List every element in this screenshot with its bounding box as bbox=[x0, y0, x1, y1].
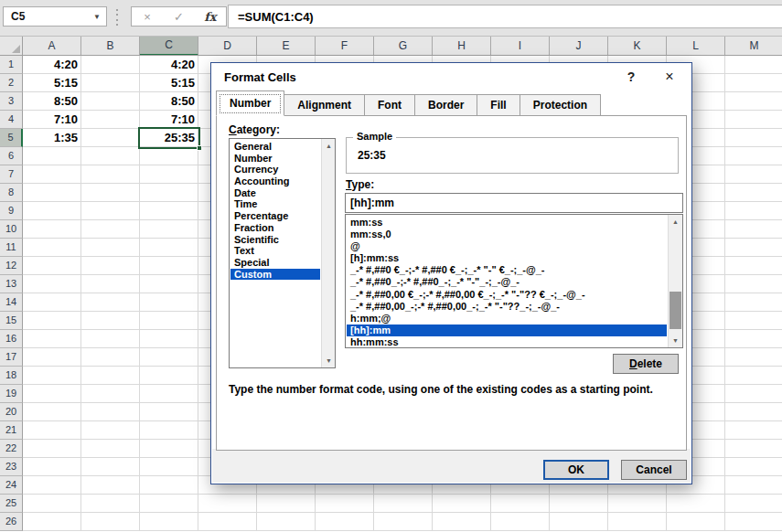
cancel-entry-icon[interactable]: × bbox=[134, 10, 160, 24]
category-item-date[interactable]: Date bbox=[230, 187, 320, 199]
row-header-7[interactable]: 7 bbox=[0, 165, 23, 184]
row-header-18[interactable]: 18 bbox=[0, 367, 23, 385]
row-header-20[interactable]: 20 bbox=[0, 403, 23, 421]
row-header-1[interactable]: 1 bbox=[0, 56, 23, 74]
category-item-special[interactable]: Special bbox=[230, 257, 320, 269]
row-header-24[interactable]: 24 bbox=[0, 476, 23, 495]
cell-A5[interactable]: 1:35 bbox=[23, 129, 81, 147]
column-header-G[interactable]: G bbox=[374, 37, 433, 56]
type-input[interactable]: [hh]:mm bbox=[345, 193, 683, 213]
category-item-general[interactable]: General bbox=[230, 141, 320, 153]
row-header-3[interactable]: 3 bbox=[0, 92, 23, 111]
type-option-7[interactable]: _-* #,##0,00_-;-* #,##0,00_-;_-* "-"??_-… bbox=[347, 301, 667, 313]
scroll-down-icon[interactable]: ▼ bbox=[322, 354, 336, 367]
row-header-6[interactable]: 6 bbox=[0, 147, 23, 165]
type-option-5[interactable]: _-* #,##0_-;-* #,##0_-;_-* "-"_-;_-@_- bbox=[347, 276, 667, 288]
row-header-26[interactable]: 26 bbox=[0, 513, 23, 531]
toolbar-drag-handle-icon[interactable] bbox=[113, 9, 121, 26]
name-box[interactable]: C5 ▼ bbox=[3, 6, 107, 27]
cell-C2[interactable]: 5:15 bbox=[140, 74, 198, 92]
tab-protection[interactable]: Protection bbox=[520, 94, 601, 116]
scrollbar-thumb[interactable] bbox=[670, 292, 681, 329]
category-item-accounting[interactable]: Accounting bbox=[230, 176, 320, 187]
category-scrollbar[interactable]: ▲ ▼ bbox=[321, 139, 335, 367]
column-header-F[interactable]: F bbox=[316, 37, 374, 56]
column-header-A[interactable]: A bbox=[23, 37, 81, 56]
help-icon[interactable]: ? bbox=[616, 63, 646, 90]
column-header-D[interactable]: D bbox=[198, 37, 257, 56]
ok-button[interactable]: OK bbox=[543, 460, 609, 480]
category-item-number[interactable]: Number bbox=[230, 153, 320, 165]
type-scrollbar[interactable]: ▲ ▼ bbox=[668, 215, 682, 347]
row-header-17[interactable]: 17 bbox=[0, 348, 23, 367]
row-header-12[interactable]: 12 bbox=[0, 257, 23, 275]
column-header-H[interactable]: H bbox=[433, 37, 491, 56]
cell-C3[interactable]: 8:50 bbox=[140, 92, 198, 111]
type-option-8[interactable]: h:mm;@ bbox=[347, 313, 667, 325]
type-option-0[interactable]: mm:ss bbox=[347, 217, 667, 229]
scroll-down-icon[interactable]: ▼ bbox=[669, 334, 682, 347]
select-all-corner[interactable] bbox=[0, 37, 23, 56]
type-option-4[interactable]: _-* #,##0 €_-;-* #,##0 €_-;_-* "-" €_-;_… bbox=[347, 264, 667, 276]
column-header-J[interactable]: J bbox=[550, 37, 608, 56]
type-option-9[interactable]: [hh]:mm bbox=[347, 325, 667, 336]
row-header-10[interactable]: 10 bbox=[0, 220, 23, 239]
tab-number[interactable]: Number bbox=[216, 90, 284, 116]
category-listbox[interactable]: GeneralNumberCurrencyAccountingDateTimeP… bbox=[229, 138, 336, 368]
row-header-25[interactable]: 25 bbox=[0, 495, 23, 513]
column-header-E[interactable]: E bbox=[257, 37, 316, 56]
column-header-L[interactable]: L bbox=[667, 37, 725, 56]
name-box-dropdown-icon[interactable]: ▼ bbox=[88, 13, 106, 21]
type-option-6[interactable]: _-* #,##0,00 €_-;-* #,##0,00 €_-;_-* "-"… bbox=[347, 289, 667, 301]
column-header-K[interactable]: K bbox=[608, 37, 667, 56]
row-header-4[interactable]: 4 bbox=[0, 111, 23, 129]
column-header-M[interactable]: M bbox=[725, 37, 782, 56]
type-option-10[interactable]: hh:mm:ss bbox=[347, 336, 667, 348]
tab-border[interactable]: Border bbox=[414, 94, 477, 116]
row-header-2[interactable]: 2 bbox=[0, 74, 23, 92]
category-item-scientific[interactable]: Scientific bbox=[230, 234, 320, 246]
category-item-currency[interactable]: Currency bbox=[230, 164, 320, 176]
category-item-custom[interactable]: Custom bbox=[230, 269, 320, 281]
column-header-C[interactable]: C bbox=[140, 37, 198, 56]
row-header-23[interactable]: 23 bbox=[0, 458, 23, 476]
cell-A1[interactable]: 4:20 bbox=[23, 56, 81, 74]
column-header-I[interactable]: I bbox=[491, 37, 550, 56]
scroll-up-icon[interactable]: ▲ bbox=[322, 139, 336, 153]
category-item-time[interactable]: Time bbox=[230, 198, 320, 210]
tab-font[interactable]: Font bbox=[364, 94, 415, 116]
row-header-13[interactable]: 13 bbox=[0, 275, 23, 293]
cell-A2[interactable]: 5:15 bbox=[23, 74, 81, 92]
row-header-22[interactable]: 22 bbox=[0, 440, 23, 458]
insert-function-icon[interactable]: fx bbox=[198, 10, 223, 24]
enter-entry-icon[interactable]: ✓ bbox=[166, 10, 191, 24]
close-icon[interactable]: × bbox=[655, 63, 684, 90]
cancel-button[interactable]: Cancel bbox=[621, 460, 687, 480]
cell-C4[interactable]: 7:10 bbox=[140, 111, 198, 129]
tab-fill[interactable]: Fill bbox=[477, 94, 520, 116]
category-item-fraction[interactable]: Fraction bbox=[230, 222, 320, 234]
cell-C5[interactable]: 25:35 bbox=[140, 129, 198, 147]
cell-C1[interactable]: 4:20 bbox=[140, 56, 198, 74]
category-item-text[interactable]: Text bbox=[230, 245, 320, 257]
cell-A3[interactable]: 8:50 bbox=[23, 92, 81, 111]
scroll-up-icon[interactable]: ▲ bbox=[669, 215, 682, 229]
row-header-15[interactable]: 15 bbox=[0, 312, 23, 330]
formula-bar[interactable]: =SUM(C1:C4) bbox=[228, 5, 782, 28]
type-listbox[interactable]: mm:ssmm:ss,0@[h]:mm:ss_-* #,##0 €_-;-* #… bbox=[345, 214, 683, 348]
column-header-B[interactable]: B bbox=[81, 37, 140, 56]
row-header-9[interactable]: 9 bbox=[0, 202, 23, 220]
delete-button[interactable]: Delete bbox=[613, 354, 679, 374]
category-item-percentage[interactable]: Percentage bbox=[230, 210, 320, 222]
type-option-3[interactable]: [h]:mm:ss bbox=[347, 252, 667, 264]
row-header-11[interactable]: 11 bbox=[0, 239, 23, 257]
row-header-14[interactable]: 14 bbox=[0, 293, 23, 312]
row-header-8[interactable]: 8 bbox=[0, 184, 23, 202]
type-option-2[interactable]: @ bbox=[347, 240, 667, 252]
row-header-16[interactable]: 16 bbox=[0, 330, 23, 348]
row-header-5[interactable]: 5 bbox=[0, 129, 23, 147]
tab-alignment[interactable]: Alignment bbox=[284, 94, 365, 116]
row-header-19[interactable]: 19 bbox=[0, 385, 23, 403]
row-header-21[interactable]: 21 bbox=[0, 421, 23, 440]
type-option-1[interactable]: mm:ss,0 bbox=[347, 229, 667, 240]
